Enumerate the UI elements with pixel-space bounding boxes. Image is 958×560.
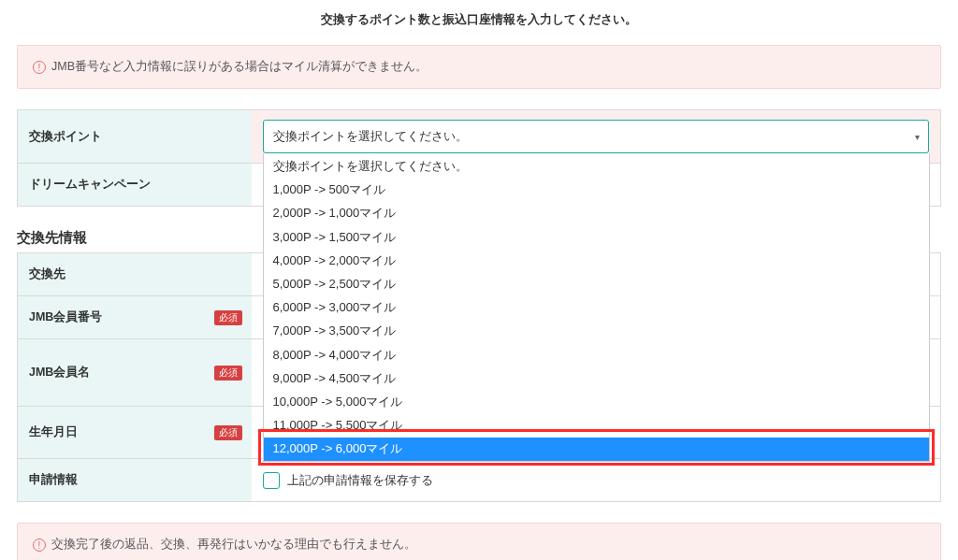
exchange-points-option[interactable]: 4,000P -> 2,000マイル bbox=[264, 249, 930, 272]
exchange-points-option[interactable]: 交換ポイントを選択してください。 bbox=[264, 153, 930, 179]
row-label-destination: 交換先 bbox=[18, 253, 252, 296]
save-info-label: 上記の申請情報を保存する bbox=[287, 472, 433, 489]
required-badge: 必須 bbox=[214, 310, 242, 325]
exchange-points-option[interactable]: 6,000P -> 3,000マイル bbox=[264, 296, 930, 320]
exchange-points-option[interactable]: 1,000P -> 500マイル bbox=[264, 179, 930, 202]
exchange-points-option[interactable]: 11,000P -> 5,500マイル bbox=[264, 414, 930, 438]
save-info-checkbox[interactable] bbox=[263, 472, 280, 489]
alert-bottom-text: 交換完了後の返品、交換、再発行はいかなる理由でも行えません。 bbox=[51, 537, 416, 553]
alert-top-text: JMB番号など入力情報に誤りがある場合はマイル清算ができません。 bbox=[51, 59, 428, 75]
row-label-app-info: 申請情報 bbox=[18, 459, 252, 502]
jmb-number-label-text: JMB会員番号 bbox=[29, 310, 102, 323]
info-icon: ! bbox=[33, 61, 46, 74]
exchange-points-option[interactable]: 3,000P -> 1,500マイル bbox=[264, 225, 930, 249]
exchange-points-option[interactable]: 2,000P -> 1,000マイル bbox=[264, 202, 930, 225]
required-badge: 必須 bbox=[214, 366, 242, 381]
exchange-points-select-display[interactable]: 交換ポイントを選択してください。 bbox=[263, 120, 930, 153]
chevron-down-icon: ▾ bbox=[915, 132, 920, 142]
row-label-jmb-number: JMB会員番号 必須 bbox=[18, 296, 252, 339]
save-info-checkbox-row[interactable]: 上記の申請情報を保存する bbox=[263, 472, 930, 489]
cell-app-info: 上記の申請情報を保存する bbox=[252, 459, 941, 502]
exchange-points-option[interactable]: 9,000P -> 4,500マイル bbox=[264, 366, 930, 390]
row-label-dream-campaign: ドリームキャンペーン bbox=[18, 164, 252, 207]
jmb-name-label-text: JMB会員名 bbox=[29, 366, 90, 379]
row-label-exchange-points: 交換ポイント bbox=[18, 110, 252, 164]
exchange-points-dropdown[interactable]: 交換ポイントを選択してください。1,000P -> 500マイル2,000P -… bbox=[263, 153, 931, 462]
exchange-points-select[interactable]: 交換ポイントを選択してください。 ▾ 交換ポイントを選択してください。1,000… bbox=[263, 120, 930, 153]
birthdate-label-text: 生年月日 bbox=[29, 425, 78, 438]
exchange-points-option[interactable]: 12,000P -> 6,000マイル bbox=[264, 438, 930, 461]
info-icon: ! bbox=[33, 538, 46, 552]
exchange-points-option[interactable]: 5,000P -> 2,500マイル bbox=[264, 272, 930, 295]
required-badge: 必須 bbox=[214, 425, 242, 440]
row-label-jmb-name: JMB会員名 必須 bbox=[18, 339, 252, 407]
row-label-birthdate: 生年月日 必須 bbox=[18, 407, 252, 459]
page-title: 交換するポイント数と振込口座情報を入力してください。 bbox=[17, 0, 941, 45]
form-table-top: 交換ポイント 交換ポイントを選択してください。 ▾ 交換ポイントを選択してくださ… bbox=[17, 109, 941, 207]
alert-top: ! JMB番号など入力情報に誤りがある場合はマイル清算ができません。 bbox=[17, 45, 941, 89]
exchange-points-option[interactable]: 7,000P -> 3,500マイル bbox=[264, 320, 930, 343]
alert-bottom: ! 交換完了後の返品、交換、再発行はいかなる理由でも行えません。 bbox=[17, 523, 941, 560]
exchange-points-option[interactable]: 10,000P -> 5,000マイル bbox=[264, 390, 930, 413]
exchange-points-option[interactable]: 8,000P -> 4,000マイル bbox=[264, 343, 930, 366]
